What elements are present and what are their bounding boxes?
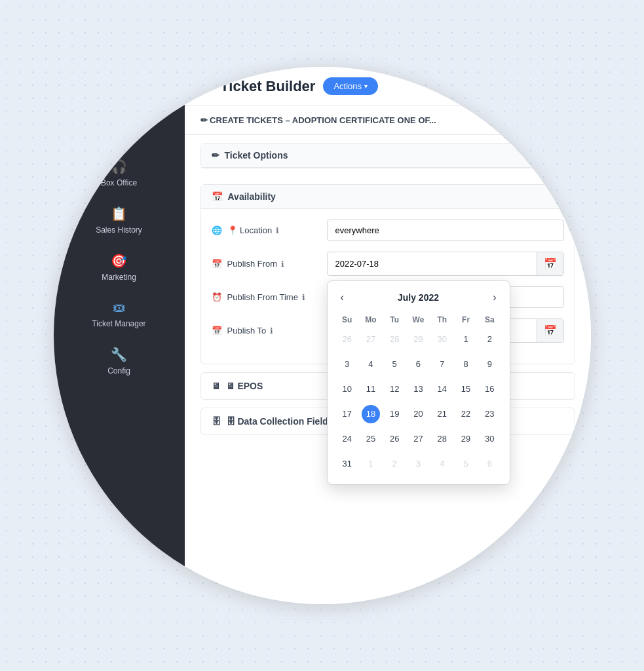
calendar-day[interactable]: 3 (335, 352, 359, 377)
location-info-icon[interactable]: ℹ (276, 226, 279, 235)
sidebar-item-ticket-manager-label: Ticket Manager (92, 319, 145, 328)
sales-history-icon: 📋 (111, 206, 127, 221)
publish-from-row: 📅 Publish From ℹ 📅 ‹ Ju (212, 252, 564, 276)
calendar-day[interactable]: 1 (359, 451, 383, 476)
config-icon: 🔧 (111, 347, 127, 362)
sidebar-item-sales-history-label: Sales History (96, 225, 142, 235)
sidebar-item-box-office-label: Box Office (101, 178, 137, 187)
kiosk-icon: 🎫 (111, 111, 127, 127)
sidebar-item-box-office[interactable]: 🎧 Box Office (54, 149, 185, 197)
calendar-day[interactable]: 11 (359, 377, 383, 402)
page-subtitle: ✏ CREATE TICKETS – ADOPTION CERTIFICATE … (185, 106, 591, 135)
calendar-day[interactable]: 10 (335, 377, 359, 402)
calendar-day[interactable]: 2 (383, 451, 406, 476)
calendar-day[interactable]: 7 (430, 352, 454, 377)
cal-header-su: Su (335, 313, 359, 327)
calendar-day[interactable]: 25 (359, 427, 383, 451)
calendar-day[interactable]: 5 (454, 451, 478, 476)
calendar-day[interactable]: 30 (430, 327, 454, 352)
calendar-day[interactable]: 28 (383, 327, 406, 352)
page-subtitle-text: ✏ CREATE TICKETS – ADOPTION CERTIFICATE … (200, 115, 436, 125)
calendar-day[interactable]: 29 (454, 427, 478, 451)
calendar-day[interactable]: 28 (430, 427, 454, 451)
calendar-day[interactable]: 23 (478, 402, 501, 427)
publish-from-label: 📅 Publish From ℹ (212, 259, 316, 269)
publish-from-input[interactable] (328, 254, 537, 274)
calendar-day[interactable]: 30 (478, 427, 501, 451)
chevron-down-icon: ▾ (364, 83, 368, 90)
calendar-day[interactable]: 26 (383, 427, 406, 451)
calendar-day[interactable]: 26 (335, 327, 359, 352)
calendar-day[interactable]: 1 (454, 327, 478, 352)
sidebar-item-sales-history[interactable]: 📋 Sales History (54, 197, 185, 244)
availability-icon: 📅 (212, 191, 223, 202)
calendar-day[interactable]: 3 (406, 451, 430, 476)
sidebar-item-ticket-manager[interactable]: 🎟 Ticket Manager (54, 291, 185, 337)
calendar-day[interactable]: 4 (430, 451, 454, 476)
calendar-day[interactable]: 6 (406, 352, 430, 377)
ticket-manager-icon: 🎟 (113, 300, 126, 315)
calendar-day[interactable]: 27 (406, 427, 430, 451)
calendar-day[interactable]: 14 (430, 377, 454, 402)
actions-button[interactable]: Actions ▾ (323, 77, 378, 95)
calendar-day[interactable]: 29 (406, 327, 430, 352)
location-label: 🌐 📍 Location ℹ (212, 225, 316, 235)
main-content: ... › Ticket Builder Actions ▾ ✏ CREATE … (185, 67, 591, 604)
calendar-day[interactable]: 24 (335, 427, 359, 451)
calendar-day[interactable]: 15 (454, 377, 478, 402)
calendar-day[interactable]: 2 (478, 327, 501, 352)
calendar-day[interactable]: 27 (359, 327, 383, 352)
publish-from-time-label: ⏰ Publish From Time ℹ (212, 292, 316, 302)
publish-to-info-icon[interactable]: ℹ (270, 326, 273, 336)
cal-header-sa: Sa (478, 313, 501, 327)
calendar-day[interactable]: 13 (406, 377, 430, 402)
data-collection-label: 🗄 Data Collection Fields (226, 416, 333, 427)
actions-label: Actions (333, 81, 362, 91)
calendar-day[interactable]: 5 (383, 352, 406, 377)
database-icon: 🗄 (212, 416, 221, 427)
location-control (327, 220, 564, 241)
header: ... › Ticket Builder Actions ▾ (185, 67, 591, 106)
calendar-day[interactable]: 9 (478, 352, 501, 377)
sidebar-item-kiosk[interactable]: 🎫 Kiosk (54, 102, 185, 149)
box-office-icon: 🎧 (111, 159, 127, 174)
calendar-day[interactable]: 18 (359, 402, 383, 427)
calendar-day[interactable]: 19 (383, 402, 406, 427)
availability-label: Availability (228, 191, 276, 202)
calendar-day[interactable]: 8 (454, 352, 478, 377)
calendar-grid: Su Mo Tu We Th Fr Sa (335, 313, 502, 476)
ticket-options-section: ✏ Ticket Options (200, 143, 575, 168)
sidebar-item-config-label: Config (107, 366, 130, 375)
calendar-next-button[interactable]: › (487, 289, 501, 306)
publish-from-info-icon[interactable]: ℹ (281, 259, 284, 269)
publish-from-calendar-button[interactable]: 📅 (537, 252, 563, 275)
calendar-day[interactable]: 12 (383, 377, 406, 402)
calendar-day[interactable]: 21 (430, 402, 454, 427)
publish-to-label: 📅 Publish To ℹ (212, 326, 316, 336)
calendar-day[interactable]: 17 (335, 402, 359, 427)
publish-from-time-info-icon[interactable]: ℹ (302, 293, 305, 302)
sidebar-item-kiosk-label: Kiosk (109, 131, 128, 140)
breadcrumb: ... › (200, 81, 213, 91)
calendar-day[interactable]: 31 (335, 451, 359, 476)
calendar-day[interactable]: 6 (478, 451, 501, 476)
calendar-month-year: July 2022 (398, 292, 439, 303)
calendar-day[interactable]: 16 (478, 377, 501, 402)
cal-header-tu: Tu (383, 313, 406, 327)
monitor-icon: 🖥 (212, 381, 221, 391)
location-row: 🌐 📍 Location ℹ (212, 220, 564, 241)
publish-from-calendar-icon: 📅 (212, 259, 222, 269)
calendar-day[interactable]: 20 (406, 402, 430, 427)
calendar-day[interactable]: 4 (359, 352, 383, 377)
calendar-day[interactable]: 22 (454, 402, 478, 427)
calendar-prev-button[interactable]: ‹ (335, 289, 349, 306)
sidebar-item-marketing[interactable]: 🎯 Marketing (54, 244, 185, 291)
publish-to-calendar-icon: 📅 (212, 326, 222, 336)
availability-body: 🌐 📍 Location ℹ 📅 Publish From ℹ (201, 209, 575, 364)
location-input[interactable] (327, 220, 564, 241)
cal-header-mo: Mo (359, 313, 383, 327)
ticket-options-label: Ticket Options (225, 150, 288, 161)
sidebar: ard 🎫 Kiosk 🎧 Box Office 📋 Sales History… (54, 67, 185, 604)
publish-to-calendar-button[interactable]: 📅 (537, 319, 563, 342)
sidebar-item-config[interactable]: 🔧 Config (54, 337, 185, 385)
